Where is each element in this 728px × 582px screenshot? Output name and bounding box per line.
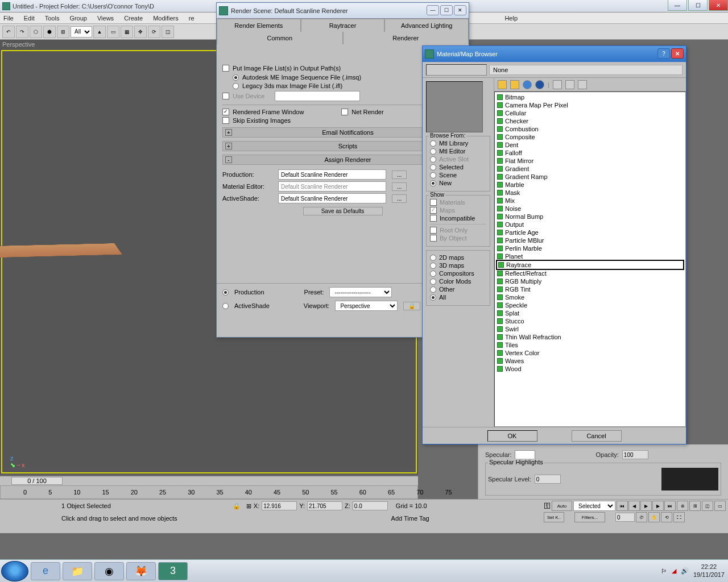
tab-raytracer[interactable]: Raytracer: [301, 19, 385, 32]
map-item-flat-mirror[interactable]: Flat Mirror: [496, 157, 684, 165]
cat-radio-1[interactable]: [430, 263, 436, 269]
map-item-tiles[interactable]: Tiles: [496, 341, 684, 349]
map-item-checker[interactable]: Checker: [496, 117, 684, 125]
production-renderer-field[interactable]: [278, 169, 386, 180]
move-icon[interactable]: ✥: [134, 26, 147, 38]
map-item-wood[interactable]: Wood: [496, 365, 684, 373]
map-item-marble[interactable]: Marble: [496, 181, 684, 189]
clear-icon[interactable]: [578, 80, 587, 89]
region-icon[interactable]: ▭: [107, 26, 119, 38]
tab-advanced-lighting[interactable]: Advanced Lighting: [384, 19, 469, 32]
tab-renderer[interactable]: Renderer: [343, 32, 469, 44]
map-item-cellular[interactable]: Cellular: [496, 109, 684, 117]
browse-radio-0[interactable]: [430, 140, 436, 147]
tab-render-elements[interactable]: Render Elements: [217, 19, 301, 32]
map-item-gradient[interactable]: Gradient: [496, 165, 684, 173]
cat-radio-3[interactable]: [430, 278, 436, 285]
tray-date[interactable]: 19/11/2017: [693, 571, 725, 579]
opacity-spinner[interactable]: [622, 450, 648, 459]
tray-flag-icon[interactable]: 🏳: [661, 568, 667, 575]
map-item-speckle[interactable]: Speckle: [496, 301, 684, 309]
cancel-button[interactable]: Cancel: [572, 430, 622, 442]
taskbar-3dsmax-icon[interactable]: 3: [158, 562, 188, 580]
rotate-icon[interactable]: ⟳: [148, 26, 160, 38]
render-titlebar[interactable]: Render Scene: Default Scanline Renderer …: [217, 3, 469, 19]
goto-end-button[interactable]: ⏭: [664, 501, 676, 511]
map-item-smoke[interactable]: Smoke: [496, 293, 684, 301]
filter-dropdown[interactable]: All: [71, 26, 92, 38]
start-button[interactable]: [1, 561, 28, 581]
viewport-dropdown[interactable]: Perspective: [335, 301, 398, 311]
sphere2-icon[interactable]: [535, 80, 544, 89]
map-item-noise[interactable]: Noise: [496, 205, 684, 213]
map-item-raytrace[interactable]: Raytrace: [496, 260, 684, 270]
prev-frame-button[interactable]: ◀: [628, 501, 640, 511]
nav-minmax-icon[interactable]: ⛶: [673, 512, 685, 522]
maps-list[interactable]: BitmapCamera Map Per PixelCellularChecke…: [494, 92, 686, 427]
menu-modifiers[interactable]: Modifiers: [153, 15, 179, 22]
map-item-perlin-marble[interactable]: Perlin Marble: [496, 244, 684, 252]
map-item-splat[interactable]: Splat: [496, 309, 684, 317]
tray-time[interactable]: 22:22: [693, 563, 725, 571]
browse-radio-3[interactable]: [430, 164, 436, 171]
taskbar-ie-icon[interactable]: e: [31, 562, 60, 580]
render-minimize-button[interactable]: —: [427, 5, 439, 15]
lock-viewport-button[interactable]: 🔒: [403, 302, 420, 310]
taskbar-firefox-icon[interactable]: 🦊: [126, 562, 156, 580]
map-item-reflect-refract[interactable]: Reflect/Refract: [496, 269, 684, 277]
set-key-button[interactable]: Set K..: [544, 512, 564, 522]
y-coord-input[interactable]: [307, 501, 342, 510]
mmb-help-button[interactable]: ?: [657, 48, 670, 59]
net-render-checkbox[interactable]: [341, 109, 348, 115]
select-icon[interactable]: ▲: [93, 26, 106, 38]
ok-button[interactable]: OK: [487, 430, 537, 442]
render-maximize-button[interactable]: ☐: [440, 5, 453, 15]
nav-zoom-icon[interactable]: ⊕: [677, 501, 688, 511]
map-item-stucco[interactable]: Stucco: [496, 317, 684, 325]
map-item-waves[interactable]: Waves: [496, 357, 684, 365]
auto-key-button[interactable]: Auto: [552, 501, 572, 511]
browse-radio-1[interactable]: [430, 148, 436, 155]
show-check-2[interactable]: [430, 215, 437, 222]
map-item-gradient-ramp[interactable]: Gradient Ramp: [496, 173, 684, 181]
production-radio[interactable]: [222, 289, 229, 296]
device-input[interactable]: [275, 91, 360, 101]
x-coord-input[interactable]: [262, 501, 297, 510]
key-filter-dropdown[interactable]: Selected: [573, 501, 615, 511]
map-item-output[interactable]: Output: [496, 221, 684, 228]
sphere-icon[interactable]: [523, 80, 532, 89]
save-defaults-button[interactable]: Save as Defaults: [303, 207, 383, 215]
preset-dropdown[interactable]: -------------------: [329, 287, 392, 297]
map-item-combustion[interactable]: Combustion: [496, 125, 684, 133]
cat-radio-5[interactable]: [430, 294, 436, 301]
map-item-mix[interactable]: Mix: [496, 197, 684, 205]
next-frame-button[interactable]: ▶: [652, 501, 664, 511]
tray-sound-icon[interactable]: 🔊: [681, 567, 689, 575]
undo-icon[interactable]: ↶: [2, 26, 15, 38]
time-slider-row[interactable]: 0 / 100: [0, 476, 418, 485]
map-item-normal-bump[interactable]: Normal Bump: [496, 213, 684, 221]
specular-level-spinner[interactable]: [535, 475, 561, 484]
tray-av-icon[interactable]: ◢: [672, 567, 676, 575]
map-item-thin-wall-refraction[interactable]: Thin Wall Refraction: [496, 333, 684, 341]
menu-views[interactable]: Views: [97, 15, 114, 22]
minimize-button[interactable]: —: [668, 0, 687, 11]
timeline-ruler[interactable]: 051015202530354045505560657075: [0, 485, 418, 499]
production-browse-button[interactable]: ...: [392, 171, 407, 179]
taskbar-chrome-icon[interactable]: ◉: [94, 562, 124, 580]
link-icon[interactable]: ⬡: [30, 26, 42, 38]
nav-fov-icon[interactable]: ◫: [702, 501, 713, 511]
menu-help[interactable]: Help: [504, 15, 518, 22]
map-item-bitmap[interactable]: Bitmap: [496, 93, 684, 101]
play-button[interactable]: ▶: [640, 501, 652, 511]
put-image-checkbox[interactable]: [222, 65, 229, 72]
window-icon[interactable]: ▦: [121, 26, 133, 38]
menu-create[interactable]: Create: [124, 15, 143, 22]
browse-radio-4[interactable]: [430, 172, 436, 178]
tab-common[interactable]: Common: [217, 32, 343, 44]
menu-file[interactable]: File: [3, 15, 14, 22]
unlink-icon[interactable]: ⬢: [43, 26, 56, 38]
map-item-vertex-color[interactable]: Vertex Color: [496, 349, 684, 357]
cat-radio-0[interactable]: [430, 255, 436, 261]
mmb-titlebar[interactable]: Material/Map Browser ? ✕: [423, 46, 686, 62]
